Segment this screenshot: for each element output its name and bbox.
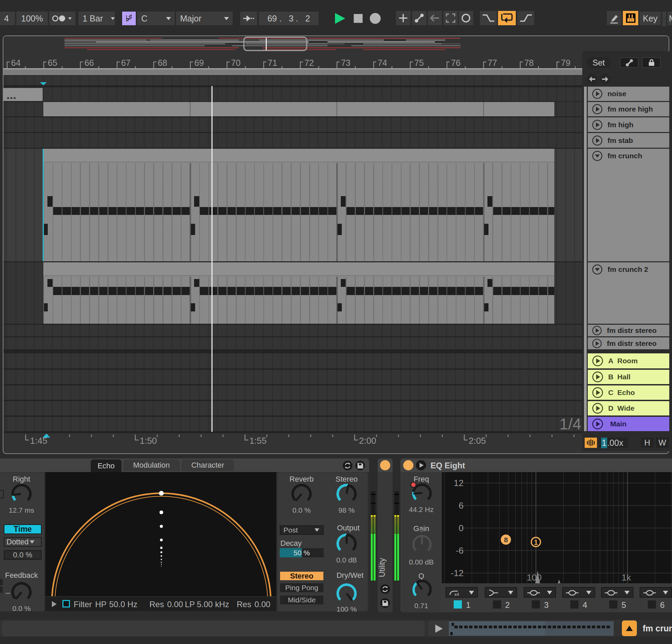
svg-text:71: 71 [268, 58, 277, 68]
svg-text:6: 6 [459, 500, 464, 511]
svg-text:70: 70 [231, 58, 240, 68]
svg-text:79: 79 [561, 58, 571, 68]
svg-text:12: 12 [454, 478, 464, 488]
svg-text:2:05: 2:05 [469, 436, 486, 446]
svg-text:1: 1 [534, 538, 538, 546]
svg-text:-12: -12 [451, 568, 464, 578]
svg-text:73: 73 [341, 58, 351, 68]
svg-text:67: 67 [121, 58, 131, 68]
svg-text:75: 75 [415, 58, 424, 68]
svg-text:1:55: 1:55 [249, 436, 267, 446]
svg-text:69: 69 [194, 58, 204, 68]
svg-text:x4: x4 [454, 592, 459, 597]
svg-text:-6: -6 [456, 546, 464, 556]
svg-text:72: 72 [304, 58, 314, 68]
svg-text:0: 0 [459, 523, 464, 533]
svg-text:64: 64 [11, 58, 21, 68]
svg-text:66: 66 [85, 58, 94, 68]
svg-text:68: 68 [158, 58, 167, 68]
svg-text:8: 8 [504, 536, 508, 544]
svg-text:74: 74 [377, 58, 387, 68]
svg-text:1k: 1k [622, 572, 631, 583]
svg-text:1:50: 1:50 [140, 436, 157, 446]
svg-text:65: 65 [48, 58, 57, 68]
svg-text:77: 77 [488, 58, 497, 68]
svg-text:76: 76 [451, 58, 460, 68]
svg-text:2:00: 2:00 [359, 436, 376, 446]
svg-text:78: 78 [524, 58, 534, 68]
